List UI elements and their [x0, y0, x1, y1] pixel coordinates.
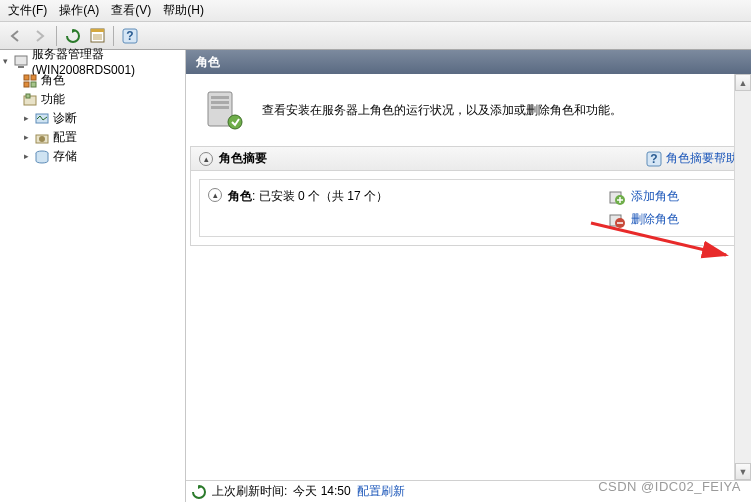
server-icon: [13, 54, 29, 70]
forward-button[interactable]: [28, 25, 52, 47]
vertical-scrollbar[interactable]: ▲ ▼: [734, 74, 751, 480]
help-button[interactable]: ?: [118, 25, 142, 47]
tree-features-label: 功能: [41, 91, 65, 108]
scroll-down-button[interactable]: ▼: [735, 463, 751, 480]
svg-point-17: [39, 136, 45, 142]
svg-rect-14: [26, 94, 30, 98]
remove-role-icon: [609, 212, 625, 228]
menu-help[interactable]: 帮助(H): [157, 0, 210, 21]
last-refresh-time: 今天 14:50: [293, 483, 350, 500]
menubar: 文件(F) 操作(A) 查看(V) 帮助(H): [0, 0, 751, 22]
svg-rect-10: [31, 75, 36, 80]
role-summary-header: ▴ 角色摘要 ? 角色摘要帮助: [191, 147, 746, 171]
add-role-link[interactable]: 添加角色: [609, 188, 729, 205]
last-refresh-label: 上次刷新时间:: [212, 483, 287, 500]
menu-file[interactable]: 文件(F): [2, 0, 53, 21]
tree-diagnostics-label: 诊断: [53, 110, 77, 127]
help-icon: ?: [646, 151, 662, 167]
menu-action[interactable]: 操作(A): [53, 0, 105, 21]
config-icon: [34, 130, 50, 146]
svg-text:?: ?: [650, 152, 657, 166]
diagnostics-icon: [34, 111, 50, 127]
roles-box: ▴ 角色: 已安装 0 个（共 17 个） 添加角色 删除角色: [199, 179, 738, 237]
svg-rect-22: [211, 106, 229, 109]
description-text: 查看安装在服务器上角色的运行状况，以及添加或删除角色和功能。: [262, 102, 622, 119]
expand-icon[interactable]: ▸: [22, 114, 31, 123]
tree-features[interactable]: 功能: [0, 90, 185, 109]
tree-config-label: 配置: [53, 129, 77, 146]
tree-diagnostics[interactable]: ▸ 诊断: [0, 109, 185, 128]
description-row: 查看安装在服务器上角色的运行状况，以及添加或删除角色和功能。: [186, 74, 751, 146]
config-refresh-link[interactable]: 配置刷新: [357, 483, 405, 500]
expand-icon[interactable]: ▸: [22, 133, 31, 142]
tree-storage-label: 存储: [53, 148, 77, 165]
role-summary-help-link[interactable]: ? 角色摘要帮助: [646, 150, 738, 167]
content-header: 角色: [186, 50, 751, 74]
storage-icon: [34, 149, 50, 165]
refresh-status-icon: [192, 485, 206, 499]
roles-icon: [22, 73, 38, 89]
tree-config[interactable]: ▸ 配置: [0, 128, 185, 147]
tree-panel: ▾ 服务器管理器 (WIN2008RDS001) 角色 功能 ▸ 诊断: [0, 50, 186, 502]
roles-label: 角色: [228, 189, 252, 203]
svg-point-23: [228, 115, 242, 129]
content-title: 角色: [196, 54, 220, 71]
svg-rect-1: [91, 29, 104, 32]
role-summary-title: 角色摘要: [219, 150, 267, 167]
roles-installed-text: 已安装 0 个（共 17 个）: [259, 189, 388, 203]
collapse-icon[interactable]: ▾: [2, 57, 10, 66]
svg-rect-11: [24, 82, 29, 87]
back-button[interactable]: [4, 25, 28, 47]
role-summary-panel: ▴ 角色摘要 ? 角色摘要帮助 ▴ 角色: 已安装 0 个（共 17 个）: [190, 146, 747, 246]
svg-rect-12: [31, 82, 36, 87]
features-icon: [22, 92, 38, 108]
svg-rect-20: [211, 96, 229, 99]
properties-button[interactable]: [85, 25, 109, 47]
watermark: CSDN @IDC02_FEIYA: [598, 479, 741, 494]
add-role-icon: [609, 189, 625, 205]
expand-icon[interactable]: ▸: [22, 152, 31, 161]
tree-storage[interactable]: ▸ 存储: [0, 147, 185, 166]
svg-rect-8: [18, 66, 24, 68]
remove-role-link[interactable]: 删除角色: [609, 211, 729, 228]
svg-rect-7: [15, 56, 27, 65]
tree-root[interactable]: ▾ 服务器管理器 (WIN2008RDS001): [0, 52, 185, 71]
collapse-roles-button[interactable]: ▴: [208, 188, 222, 202]
server-large-icon: [202, 88, 246, 132]
svg-rect-21: [211, 101, 229, 104]
collapse-summary-button[interactable]: ▴: [199, 152, 213, 166]
svg-rect-9: [24, 75, 29, 80]
content-panel: 角色 查看安装在服务器上角色的运行状况，以及添加或删除角色和功能。 ▴ 角色摘要…: [186, 50, 751, 502]
refresh-button[interactable]: [61, 25, 85, 47]
svg-text:?: ?: [126, 29, 133, 43]
scroll-up-button[interactable]: ▲: [735, 74, 751, 91]
tree-roles-label: 角色: [41, 72, 65, 89]
menu-view[interactable]: 查看(V): [105, 0, 157, 21]
